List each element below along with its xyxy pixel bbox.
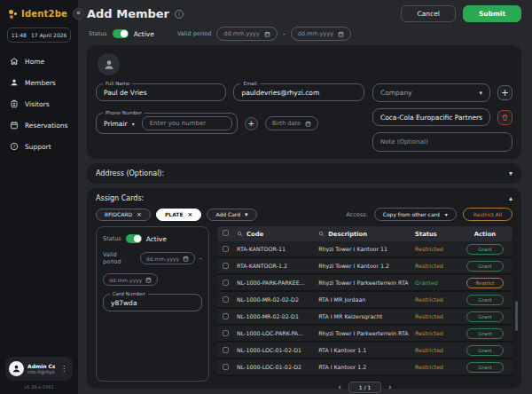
birth-date-input[interactable]: Birth date	[265, 116, 318, 130]
valid-period-label: Valid period	[177, 30, 211, 37]
sidebar-item-visitors[interactable]: Visitors	[10, 99, 73, 108]
card-chips-row: RFIDCARD × PLATE × Add Card ▾ Access: Co…	[96, 208, 512, 221]
row-checkbox[interactable]	[223, 263, 229, 269]
card-valid-from-input[interactable]: dd.mm.yyyy	[140, 252, 195, 264]
phone-number-input[interactable]: Enter you number	[142, 116, 232, 130]
date-text: 17 April 2026	[31, 32, 66, 38]
page-title: Add Member	[87, 7, 169, 20]
chip-plate[interactable]: PLATE ×	[156, 209, 201, 221]
admin-avatar	[9, 361, 24, 376]
table-row: RTA-KANTOOR-1.2 Rhyzi Tower I Kantoor 1.…	[217, 258, 512, 275]
card-status-label: Status	[103, 235, 121, 242]
sidebar: Ident2be « 11:48 17 April 2026 Home Memb…	[0, 0, 78, 394]
select-all-checkbox[interactable]	[223, 230, 229, 236]
grant-restrict-button[interactable]: Restrict	[466, 278, 504, 288]
email-value: pauldevries@rhyzi.com	[241, 89, 356, 97]
kebab-menu-icon[interactable]: ⋮	[59, 365, 69, 373]
chevron-up-icon[interactable]: ▴	[509, 194, 512, 202]
cell-description: RTA I MR Keizersgracht	[318, 313, 415, 319]
company-selected-field[interactable]: Coca-Cola Europacific Partners	[372, 108, 490, 126]
note-input[interactable]: Note (Optional)	[372, 132, 512, 152]
card-detail-panel: Status Active Valid period dd.mm.yyyy -	[96, 226, 209, 382]
sidebar-item-support[interactable]: ? Support	[10, 142, 73, 151]
grant-restrict-button[interactable]: Grant	[466, 345, 504, 356]
card-number-field[interactable]: Card Number y87wda	[103, 294, 202, 311]
info-icon[interactable]: i	[175, 10, 184, 19]
sidebar-item-home[interactable]: Home	[10, 57, 73, 66]
add-card-button[interactable]: Add Card ▾	[207, 209, 256, 221]
full-name-label: Full Name	[103, 81, 132, 86]
row-checkbox[interactable]	[223, 313, 229, 319]
row-checkbox[interactable]	[223, 364, 229, 370]
status-badge: Restricted	[415, 296, 463, 303]
next-page-icon[interactable]: ›	[388, 383, 391, 391]
chevron-down-icon[interactable]: ▾	[509, 169, 512, 177]
version-text: v1.29.x-1061	[5, 381, 73, 390]
status-badge: Restricted	[415, 364, 463, 370]
chevron-down-icon: ▾	[479, 90, 482, 97]
sidebar-item-reservations[interactable]: Reservations	[10, 121, 73, 130]
row-checkbox[interactable]	[223, 347, 229, 353]
trash-icon	[501, 114, 509, 122]
card-valid-to-input[interactable]: dd.mm.yyyy	[103, 273, 158, 286]
chevron-down-icon: ▾	[445, 211, 448, 217]
company-select[interactable]: Company ▾	[372, 83, 490, 102]
calendar-icon	[305, 121, 311, 127]
calendar-icon	[145, 277, 152, 283]
restrict-all-button[interactable]: Restrict All	[463, 208, 512, 221]
svg-text:?: ?	[13, 145, 16, 149]
table-row: RTA-KANTOOR-11 Rhyzi Tower I Kantoor 11 …	[217, 241, 512, 258]
scrollbar-thumb[interactable]	[515, 301, 518, 331]
sidebar-collapse-button[interactable]: «	[73, 8, 84, 20]
row-checkbox[interactable]	[223, 296, 229, 303]
logo: Ident2be	[5, 5, 73, 20]
grant-restrict-button[interactable]: Grant	[466, 244, 504, 255]
address-section[interactable]: Address (Optional): ▾	[87, 163, 521, 184]
sidebar-item-members[interactable]: Members	[10, 78, 73, 87]
row-checkbox[interactable]	[223, 280, 229, 286]
cell-code: NL-1000-LOC-01-02-D1	[237, 347, 318, 353]
search-icon[interactable]	[237, 231, 243, 237]
table-row: NL-1000-LOC-PARK-PA... Rhyzi Tower I Par…	[217, 326, 512, 343]
cell-description: RTA I Kantoor 1.1	[318, 347, 415, 353]
close-icon[interactable]: ×	[137, 212, 142, 217]
row-checkbox[interactable]	[223, 330, 229, 336]
add-phone-button[interactable]: +	[245, 117, 258, 130]
status-toggle[interactable]	[113, 29, 129, 38]
add-company-button[interactable]: +	[497, 85, 512, 100]
card-number-value: y87wda	[111, 299, 194, 307]
status-badge: Restricted	[415, 347, 463, 353]
cell-code: NL-1000-MR-02-02-D2	[237, 296, 318, 303]
grant-restrict-button[interactable]: Grant	[466, 328, 504, 339]
grant-restrict-button[interactable]: Grant	[466, 295, 504, 305]
remove-company-button[interactable]	[497, 110, 512, 125]
time-text: 11:48	[12, 32, 27, 38]
cell-code: NL-1000-LOC-PARK-PA...	[237, 330, 318, 336]
member-form-panel: Full Name Paul de Vries Email pauldevrie…	[87, 45, 521, 159]
cell-code: RTA-KANTOOR-11	[237, 246, 318, 252]
cell-code: RTA-KANTOOR-1.2	[237, 263, 318, 269]
full-name-field[interactable]: Full Name Paul de Vries	[96, 83, 226, 101]
row-checkbox[interactable]	[223, 246, 229, 252]
cancel-button[interactable]: Cancel	[401, 5, 455, 22]
grant-restrict-button[interactable]: Grant	[466, 362, 504, 373]
grant-restrict-button[interactable]: Grant	[466, 311, 504, 322]
table-row: NL-1000-PARK-PARKEE... Rhyzi Tower I Par…	[217, 275, 512, 292]
valid-from-input[interactable]: dd.mm.yyyy	[216, 27, 277, 41]
grant-restrict-button[interactable]: Grant	[466, 261, 504, 272]
chip-rfidcard[interactable]: RFIDCARD ×	[96, 209, 151, 221]
phone-type-select[interactable]: Primair ▾	[101, 118, 137, 130]
prev-page-icon[interactable]: ‹	[339, 383, 341, 391]
card-valid-period-label: Valid period	[103, 251, 136, 265]
search-icon[interactable]	[318, 231, 325, 237]
email-label: Email	[240, 81, 259, 86]
card-status-toggle[interactable]	[126, 234, 142, 243]
admin-profile-card[interactable]: Admin CocaCola info-0@rhyzi.com ⋮	[5, 357, 73, 381]
person-icon	[12, 364, 21, 374]
phone-label: Phone Number	[103, 110, 145, 115]
submit-button[interactable]: Submit	[463, 5, 521, 22]
close-icon[interactable]: ×	[188, 212, 193, 217]
email-field[interactable]: Email pauldevries@rhyzi.com	[233, 83, 364, 101]
copy-from-card-select[interactable]: Copy from other card ▾	[374, 208, 457, 221]
valid-to-input[interactable]: dd.mm.yyyy	[291, 27, 351, 41]
